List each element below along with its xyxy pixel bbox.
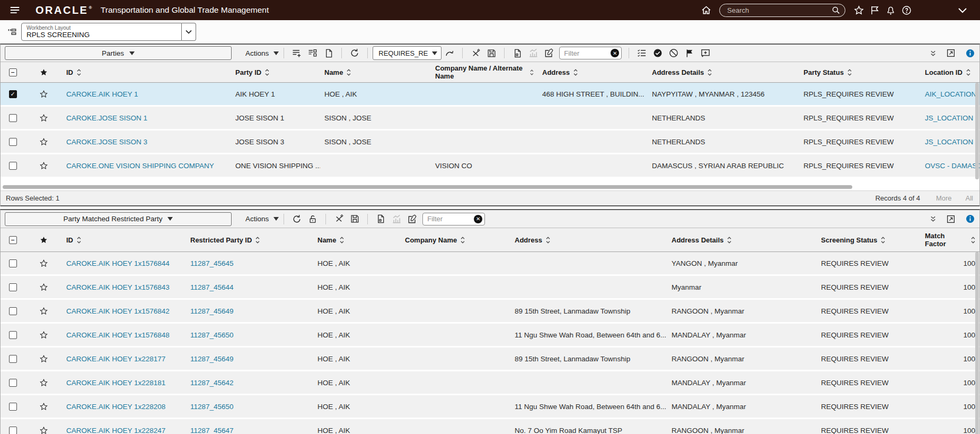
- cell-restricted_party_id-link[interactable]: 11287_45645: [190, 259, 234, 267]
- sort-icon[interactable]: [77, 69, 81, 76]
- favorite-star-icon[interactable]: [39, 114, 48, 123]
- table-row[interactable]: CAROKE.AIK HOEY 1x22818111287_45642HOE ,…: [1, 371, 979, 394]
- cell-id-link[interactable]: CAROKE.AIK HOEY 1x228181: [66, 379, 165, 387]
- save-icon[interactable]: [483, 46, 499, 60]
- unlock-icon[interactable]: [305, 212, 321, 226]
- sort-icon[interactable]: [255, 237, 260, 244]
- matched-vertical-scrollbar[interactable]: [975, 252, 979, 434]
- export-document-icon[interactable]: [373, 212, 389, 226]
- favorite-star-icon[interactable]: [39, 137, 48, 146]
- column-header-address_details[interactable]: Address Details: [648, 62, 799, 82]
- menu-icon[interactable]: [8, 3, 22, 17]
- parties-panel-title-dropdown[interactable]: Parties: [5, 46, 232, 60]
- info-icon[interactable]: [965, 48, 975, 58]
- row-checkbox[interactable]: ✓: [9, 90, 17, 98]
- column-header-party_status[interactable]: Party Status: [799, 62, 921, 82]
- sort-icon[interactable]: [727, 237, 731, 244]
- table-row[interactable]: CAROKE.ONE VISION SHIPPING COMPANYONE VI…: [1, 154, 979, 177]
- row-checkbox[interactable]: [9, 162, 17, 170]
- more-button[interactable]: More: [936, 194, 952, 202]
- mass-update-icon[interactable]: [305, 46, 321, 60]
- header-collapse-chevron-icon[interactable]: [955, 2, 970, 18]
- insert-rows-icon[interactable]: [289, 46, 305, 60]
- cell-id-link[interactable]: CAROKE.AIK HOEY 1: [66, 90, 138, 98]
- home-icon[interactable]: [698, 2, 714, 18]
- flag-review-icon[interactable]: [682, 46, 698, 60]
- favorite-star-icon[interactable]: [39, 259, 48, 268]
- select-all-checkbox[interactable]: –: [9, 68, 17, 76]
- sort-icon[interactable]: [708, 69, 712, 76]
- open-window-icon[interactable]: [946, 48, 956, 58]
- parties-vertical-scrollbar[interactable]: [975, 83, 979, 179]
- row-checkbox[interactable]: [9, 114, 17, 122]
- approve-check-icon[interactable]: [650, 46, 666, 60]
- cell-id-link[interactable]: CAROKE.AIK HOEY 1x1576842: [66, 307, 170, 315]
- column-header-party_id[interactable]: Party ID: [231, 62, 320, 82]
- parties-actions-button[interactable]: Actions: [245, 49, 279, 57]
- column-header-location_id[interactable]: Location ID: [921, 62, 979, 82]
- column-header-company[interactable]: Company Name: [401, 228, 510, 251]
- all-button[interactable]: All: [966, 194, 973, 202]
- table-row[interactable]: CAROKE.AIK HOEY 1x22824711287_45647HOE ,…: [1, 419, 979, 434]
- search-icon[interactable]: [831, 5, 841, 15]
- table-row[interactable]: CAROKE.AIK HOEY 1x157684311287_45644HOE …: [1, 276, 979, 298]
- column-header-company[interactable]: Company Name / Alternate Name: [431, 62, 538, 82]
- cell-restricted_party_id-link[interactable]: 11287_45649: [190, 307, 234, 315]
- favorite-star-icon[interactable]: [39, 161, 48, 170]
- favorite-star-icon[interactable]: [39, 354, 48, 363]
- open-window-icon[interactable]: [946, 214, 956, 224]
- column-header-match_factor[interactable]: Match Factor: [921, 228, 979, 251]
- favorite-star-icon[interactable]: [39, 402, 48, 411]
- favorite-star-icon[interactable]: [39, 426, 48, 434]
- sort-icon[interactable]: [340, 237, 344, 244]
- sort-icon[interactable]: [573, 69, 578, 76]
- column-header-id[interactable]: ID: [62, 228, 186, 251]
- row-checkbox[interactable]: [9, 379, 17, 387]
- column-header-name[interactable]: Name: [313, 228, 401, 251]
- workbench-layout-field[interactable]: Workbench Layout RPLS SCREENING: [21, 23, 182, 41]
- select-all-checkbox[interactable]: –: [9, 236, 17, 244]
- collapse-panel-icon[interactable]: [930, 50, 937, 57]
- row-checkbox[interactable]: [9, 283, 17, 291]
- parties-filter-input[interactable]: [564, 49, 611, 57]
- table-row[interactable]: CAROKE.AIK HOEY 1x22820811287_45650HOE ,…: [1, 395, 979, 418]
- favorite-star-icon[interactable]: [39, 283, 48, 292]
- clear-filter-icon[interactable]: ✕: [611, 49, 619, 57]
- favorite-star-icon[interactable]: [39, 331, 48, 340]
- sort-icon[interactable]: [847, 69, 852, 76]
- cell-restricted_party_id-link[interactable]: 11287_45642: [190, 379, 234, 387]
- row-checkbox[interactable]: [9, 355, 17, 363]
- cell-id-link[interactable]: CAROKE.AIK HOEY 1x228177: [66, 355, 165, 363]
- row-checkbox[interactable]: [9, 427, 17, 434]
- workbench-layout-dropdown-button[interactable]: [182, 23, 196, 41]
- matched-panel-title-dropdown[interactable]: Party Matched Restricted Party: [5, 212, 232, 226]
- row-checkbox[interactable]: [9, 259, 17, 267]
- cell-location_id-link[interactable]: AIK_LOCATION: [925, 90, 976, 98]
- cell-location_id-link[interactable]: OVSC - DAMASCUS: [925, 162, 979, 170]
- new-document-icon[interactable]: [321, 46, 337, 60]
- cell-id-link[interactable]: CAROKE.AIK HOEY 1x1576848: [66, 331, 170, 339]
- sort-icon[interactable]: [971, 237, 975, 244]
- cell-location_id-link[interactable]: JS_LOCATION: [925, 138, 973, 146]
- cell-restricted_party_id-link[interactable]: 11287_45650: [190, 331, 234, 339]
- cell-restricted_party_id-link[interactable]: 11287_45644: [190, 283, 234, 291]
- info-icon[interactable]: [965, 214, 975, 224]
- column-header-id[interactable]: ID: [62, 62, 231, 82]
- add-comment-icon[interactable]: [698, 46, 713, 60]
- cell-id-link[interactable]: CAROKE.JOSE SISON 1: [66, 114, 147, 122]
- sort-icon[interactable]: [77, 237, 81, 244]
- sort-icon[interactable]: [546, 237, 550, 244]
- cell-restricted_party_id-link[interactable]: 11287_45650: [190, 403, 234, 411]
- cell-id-link[interactable]: CAROKE.AIK HOEY 1x228247: [66, 427, 165, 434]
- collapse-panel-icon[interactable]: [930, 215, 937, 222]
- sort-icon[interactable]: [461, 237, 465, 244]
- column-header-screening_status[interactable]: Screening Status: [817, 228, 921, 251]
- table-row[interactable]: CAROKE.AIK HOEY 1x157684211287_45649HOE …: [1, 300, 979, 322]
- favorite-star-icon[interactable]: [39, 90, 48, 99]
- edit-note-icon[interactable]: [404, 212, 420, 226]
- favorite-star-icon[interactable]: [39, 307, 48, 316]
- cell-id-link[interactable]: CAROKE.JOSE SISON 3: [66, 138, 147, 146]
- unmatch-icon[interactable]: [467, 46, 483, 60]
- sort-icon[interactable]: [347, 69, 351, 76]
- column-header-address[interactable]: Address: [538, 62, 648, 82]
